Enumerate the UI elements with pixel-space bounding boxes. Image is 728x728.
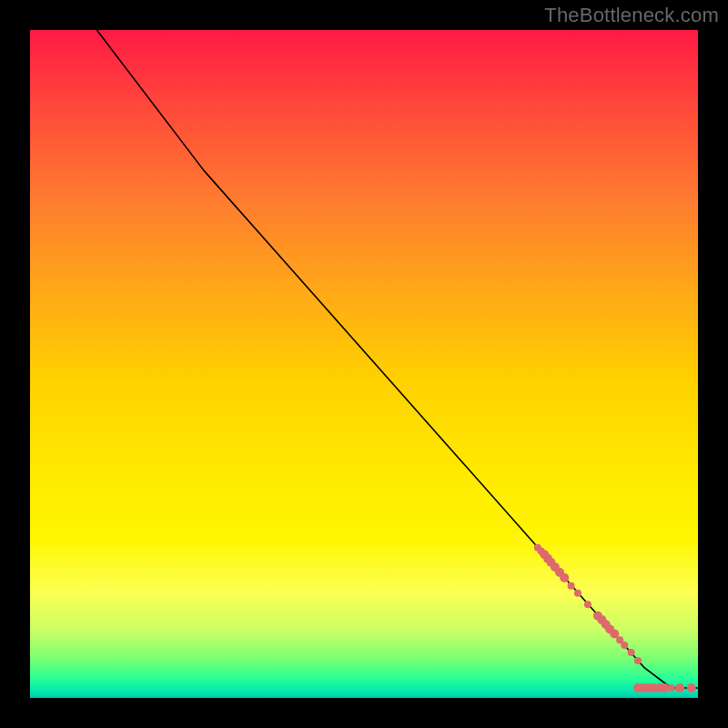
- scatter-point: [560, 573, 569, 582]
- scatter-point: [687, 683, 696, 693]
- scatter-point: [675, 683, 684, 693]
- scatter-point: [574, 590, 581, 597]
- chart-frame: TheBottleneck.com: [0, 0, 728, 728]
- scatter-point: [668, 684, 675, 692]
- scatter-points: [534, 544, 696, 693]
- scatter-point: [621, 642, 628, 649]
- chart-overlay: [30, 30, 698, 698]
- watermark-text: TheBottleneck.com: [544, 4, 719, 27]
- scatter-point: [584, 601, 592, 608]
- scatter-point: [568, 582, 575, 590]
- scatter-point: [634, 657, 642, 664]
- scatter-point: [628, 649, 635, 656]
- bottleneck-curve: [96, 30, 698, 688]
- plot-area: [30, 30, 698, 698]
